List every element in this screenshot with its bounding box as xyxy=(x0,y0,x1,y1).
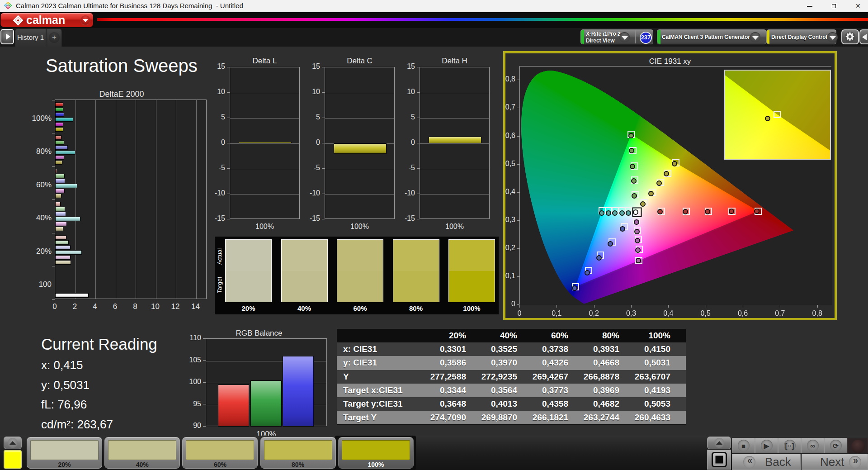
y-tick-label: 0,7 xyxy=(495,103,515,111)
tab-scroll-button[interactable] xyxy=(0,29,14,44)
y-tick-label: 15 xyxy=(303,62,320,71)
deltae-bar-blue xyxy=(55,112,64,117)
next-button[interactable]: » Next xyxy=(802,454,868,470)
group-label: 80% xyxy=(21,147,52,156)
x-tick xyxy=(780,305,780,308)
chevron-up-icon xyxy=(716,441,722,445)
gridline xyxy=(420,169,489,169)
x-label: 100% xyxy=(325,223,395,231)
record-segment xyxy=(847,438,868,453)
cie-measured-cyan xyxy=(619,210,625,216)
pattern-button-40%[interactable]: 40% xyxy=(104,437,180,469)
y-tick xyxy=(322,219,325,219)
y-tick-label: 0,2 xyxy=(495,244,515,252)
swatch-100% xyxy=(448,239,495,302)
reading-line: x: 0,415 xyxy=(41,358,83,372)
pattern-window-button[interactable]: [··] xyxy=(778,438,801,453)
pattern-button-20%[interactable]: 20% xyxy=(27,437,102,469)
y-tick-label: 0,6 xyxy=(495,132,515,140)
pattern-button-60%[interactable]: 60% xyxy=(182,437,258,469)
current-pattern-swatch[interactable] xyxy=(4,450,22,469)
pattern-swatch xyxy=(30,440,99,460)
table-cell: 0,4326 xyxy=(509,356,568,370)
table-row: Target x:CIE310,33440,35640,37730,39690,… xyxy=(337,384,686,397)
expand-patterns-left-button[interactable] xyxy=(4,437,22,449)
table-cell: 0,5031 xyxy=(612,356,670,370)
delta-plot-area xyxy=(230,67,300,219)
y-tick-label: 0,5 xyxy=(495,160,515,168)
y-tick xyxy=(417,194,420,194)
gridline xyxy=(325,194,394,195)
swatch-40% xyxy=(281,239,328,302)
stop-button[interactable]: ■ xyxy=(732,438,755,453)
y-tick-label: 5 xyxy=(303,113,320,121)
chevron-down-icon xyxy=(827,32,838,43)
group-label: 100 xyxy=(21,280,52,289)
logo-dropdown-button[interactable] xyxy=(80,15,90,25)
expand-transport-button[interactable] xyxy=(707,437,731,449)
close-button[interactable]: ✕ xyxy=(848,0,868,12)
x-tick xyxy=(519,305,520,308)
gear-icon xyxy=(845,32,854,41)
add-tab-button[interactable]: + xyxy=(47,28,62,47)
y-tick-label: 5 xyxy=(208,113,225,121)
target-swatch xyxy=(282,271,327,302)
plus-icon: + xyxy=(49,32,60,43)
tab-history-1[interactable]: History 1 xyxy=(15,28,46,47)
actual-swatch xyxy=(282,240,327,271)
y-tick-label: 10 xyxy=(398,88,415,96)
page-title: Saturation Sweeps xyxy=(46,56,198,76)
play-icon xyxy=(6,33,10,40)
deltae-bar-green xyxy=(55,240,69,245)
table-cell: 274,7090 xyxy=(407,411,466,424)
loop-button[interactable]: ⟳ xyxy=(824,438,847,453)
y-tick xyxy=(203,426,206,427)
pattern-generator-selector[interactable]: CalMAN Client 3 Pattern Generator xyxy=(657,29,766,44)
settings-button[interactable] xyxy=(841,29,859,44)
deltae-bar-cyan xyxy=(55,150,75,155)
table-row: Y277,2588272,9235269,4267266,8878263,670… xyxy=(337,370,686,384)
x-tick-label: 0 xyxy=(48,302,61,311)
play-button[interactable]: ▶ xyxy=(755,438,778,453)
pattern-label: 100% xyxy=(339,461,413,468)
pattern-button-100%[interactable]: 100% xyxy=(338,437,414,469)
deltae-bar-cyan xyxy=(55,250,82,255)
meter-selector[interactable]: X-Rite i1Pro 2 Direct View 237 xyxy=(580,29,653,44)
y-tick xyxy=(227,143,230,143)
table-cell: 0,3301 xyxy=(407,342,466,356)
collapse-toolbar-button[interactable] xyxy=(859,29,868,44)
deltaC-bar xyxy=(334,143,387,154)
cie-inset-target xyxy=(774,111,781,118)
table-cell: 0,3931 xyxy=(561,342,619,356)
y-tick-label: -5 xyxy=(208,164,225,172)
y-tick xyxy=(322,194,325,194)
y-tick xyxy=(52,166,55,167)
pattern-button-80%[interactable]: 80% xyxy=(260,437,336,469)
table-cell: 0,4193 xyxy=(612,384,670,397)
pattern-swatch xyxy=(342,440,410,460)
y-tick-label: 10 xyxy=(303,88,320,96)
calman-menu-button[interactable]: calman xyxy=(0,13,93,27)
deltae-bar-yellow xyxy=(55,260,71,265)
y-tick xyxy=(517,192,519,193)
y-tick xyxy=(322,67,325,67)
y-tick-label: 10 xyxy=(208,88,225,96)
pattern-swatch xyxy=(264,440,332,460)
pattern-window-stop-button[interactable] xyxy=(707,450,731,470)
table-header-row: 20%40%60%80%100% xyxy=(337,329,686,342)
back-button[interactable]: « Back xyxy=(732,454,801,470)
cie-measured-green xyxy=(632,193,637,199)
x-tick-label: 0,1 xyxy=(547,309,566,318)
x-tick-label: 2 xyxy=(69,302,81,311)
minimize-button[interactable] xyxy=(799,0,820,12)
deltae-bar-magenta xyxy=(55,155,64,160)
y-tick xyxy=(203,360,206,361)
cie-measured-blue xyxy=(572,285,577,291)
table-cell: 263,2744 xyxy=(561,411,619,424)
table-cell: 277,2588 xyxy=(407,370,466,384)
display-control-selector[interactable]: Direct Display Control xyxy=(766,29,836,44)
continuous-button[interactable]: ∞ xyxy=(801,438,824,453)
restore-button[interactable] xyxy=(824,0,844,12)
table-cell: 0,3564 xyxy=(458,384,517,397)
deltae-bar-red xyxy=(55,169,57,173)
